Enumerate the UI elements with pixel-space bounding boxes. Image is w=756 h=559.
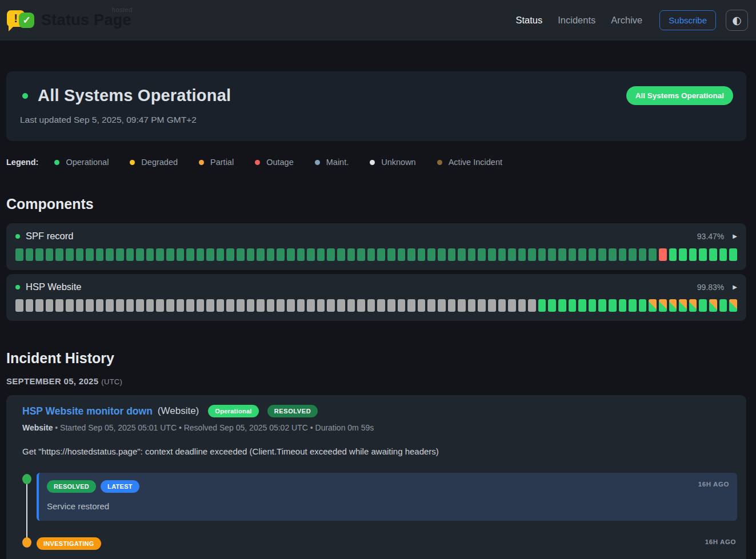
uptime-bar-gray[interactable]: [307, 299, 315, 312]
uptime-bar-gray[interactable]: [347, 299, 355, 312]
uptime-bar-muted[interactable]: [558, 248, 566, 261]
uptime-bar-muted[interactable]: [337, 248, 345, 261]
uptime-bar-muted[interactable]: [458, 248, 466, 261]
uptime-bar-muted[interactable]: [377, 248, 385, 261]
uptime-bar-gray[interactable]: [317, 299, 325, 312]
logo[interactable]: ! ✓ Status Page hosted: [7, 7, 131, 34]
uptime-bar-muted[interactable]: [267, 248, 275, 261]
uptime-bar-muted[interactable]: [237, 248, 245, 261]
uptime-bar-muted[interactable]: [96, 248, 104, 261]
uptime-bar-muted[interactable]: [297, 248, 305, 261]
uptime-bar-muted[interactable]: [86, 248, 94, 261]
uptime-bar-bright[interactable]: [598, 299, 606, 312]
uptime-bar-gray[interactable]: [478, 299, 486, 312]
uptime-bar-gray[interactable]: [66, 299, 74, 312]
uptime-bar-gray[interactable]: [26, 299, 34, 312]
uptime-bar-muted[interactable]: [226, 248, 234, 261]
uptime-bar-muted[interactable]: [578, 248, 586, 261]
uptime-bar-gray[interactable]: [418, 299, 426, 312]
uptime-bar-gray[interactable]: [448, 299, 456, 312]
uptime-bar-muted[interactable]: [427, 248, 435, 261]
uptime-bar-gray[interactable]: [206, 299, 214, 312]
uptime-bar-gray[interactable]: [508, 299, 516, 312]
uptime-bar-gray[interactable]: [237, 299, 245, 312]
uptime-bar-gray[interactable]: [217, 299, 225, 312]
uptime-bar-muted[interactable]: [76, 248, 84, 261]
expand-arrow-icon[interactable]: ▶: [733, 284, 737, 290]
uptime-bar-gray[interactable]: [528, 299, 536, 312]
uptime-bar-bright[interactable]: [719, 248, 727, 261]
uptime-bar-muted[interactable]: [528, 248, 536, 261]
uptime-bar-muted[interactable]: [166, 248, 174, 261]
uptime-bar-bright[interactable]: [699, 248, 707, 261]
incident-title-link[interactable]: HSP Website monitor down: [22, 405, 153, 417]
uptime-bar-muted[interactable]: [177, 248, 185, 261]
uptime-bar-muted[interactable]: [367, 248, 375, 261]
nav-incidents[interactable]: Incidents: [558, 15, 595, 26]
uptime-bar-gray[interactable]: [146, 299, 154, 312]
uptime-bar-gray[interactable]: [166, 299, 174, 312]
uptime-bar-muted[interactable]: [307, 248, 315, 261]
uptime-bar-gray[interactable]: [197, 299, 205, 312]
uptime-bar-bright[interactable]: [548, 299, 556, 312]
theme-toggle-button[interactable]: ◐: [726, 10, 748, 31]
uptime-bar-diag[interactable]: [679, 299, 687, 312]
uptime-bar-muted[interactable]: [247, 248, 255, 261]
uptime-bar-muted[interactable]: [448, 248, 456, 261]
uptime-bar-gray[interactable]: [498, 299, 506, 312]
uptime-bar-muted[interactable]: [357, 248, 365, 261]
uptime-bar-gray[interactable]: [136, 299, 144, 312]
uptime-bar-muted[interactable]: [438, 248, 446, 261]
uptime-bar-gray[interactable]: [488, 299, 496, 312]
uptime-bar-bright[interactable]: [699, 299, 707, 312]
uptime-bar-gray[interactable]: [337, 299, 345, 312]
uptime-bar-gray[interactable]: [458, 299, 466, 312]
uptime-bar-muted[interactable]: [418, 248, 426, 261]
uptime-bar-muted[interactable]: [538, 248, 546, 261]
uptime-bar-gray[interactable]: [398, 299, 406, 312]
uptime-bar-muted[interactable]: [317, 248, 325, 261]
uptime-bar-muted[interactable]: [387, 248, 395, 261]
uptime-bar-gray[interactable]: [438, 299, 446, 312]
uptime-bar-diag[interactable]: [689, 299, 697, 312]
uptime-bar-gray[interactable]: [35, 299, 43, 312]
uptime-bar-bright[interactable]: [719, 299, 727, 312]
uptime-bar-muted[interactable]: [488, 248, 496, 261]
uptime-bar-gray[interactable]: [106, 299, 114, 312]
uptime-bar-muted[interactable]: [398, 248, 406, 261]
uptime-bar-muted[interactable]: [468, 248, 476, 261]
uptime-bar-muted[interactable]: [26, 248, 34, 261]
uptime-bar-muted[interactable]: [589, 248, 597, 261]
uptime-bar-muted[interactable]: [197, 248, 205, 261]
uptime-bar-gray[interactable]: [15, 299, 23, 312]
uptime-bar-gray[interactable]: [46, 299, 54, 312]
uptime-bar-muted[interactable]: [156, 248, 164, 261]
uptime-bar-muted[interactable]: [146, 248, 154, 261]
uptime-bar-red[interactable]: [659, 248, 667, 261]
uptime-bar-muted[interactable]: [619, 248, 627, 261]
uptime-bar-gray[interactable]: [126, 299, 134, 312]
uptime-bar-gray[interactable]: [518, 299, 526, 312]
uptime-bar-gray[interactable]: [247, 299, 255, 312]
uptime-bar-bright[interactable]: [569, 299, 577, 312]
uptime-bar-muted[interactable]: [35, 248, 43, 261]
uptime-bar-muted[interactable]: [66, 248, 74, 261]
expand-arrow-icon[interactable]: ▶: [733, 233, 737, 239]
uptime-bar-diag[interactable]: [649, 299, 657, 312]
uptime-bar-bright[interactable]: [589, 299, 597, 312]
uptime-bar-muted[interactable]: [106, 248, 114, 261]
uptime-bar-gray[interactable]: [377, 299, 385, 312]
subscribe-button[interactable]: Subscribe: [659, 10, 716, 30]
uptime-bar-diag[interactable]: [729, 299, 737, 312]
uptime-bar-bright[interactable]: [538, 299, 546, 312]
uptime-bar-muted[interactable]: [116, 248, 124, 261]
uptime-bar-muted[interactable]: [277, 248, 285, 261]
uptime-bar-muted[interactable]: [136, 248, 144, 261]
uptime-bar-muted[interactable]: [186, 248, 194, 261]
uptime-bar-muted[interactable]: [347, 248, 355, 261]
uptime-bar-diag[interactable]: [669, 299, 677, 312]
uptime-bar-muted[interactable]: [407, 248, 415, 261]
uptime-bar-muted[interactable]: [548, 248, 556, 261]
uptime-bar-gray[interactable]: [387, 299, 395, 312]
uptime-bar-gray[interactable]: [96, 299, 104, 312]
